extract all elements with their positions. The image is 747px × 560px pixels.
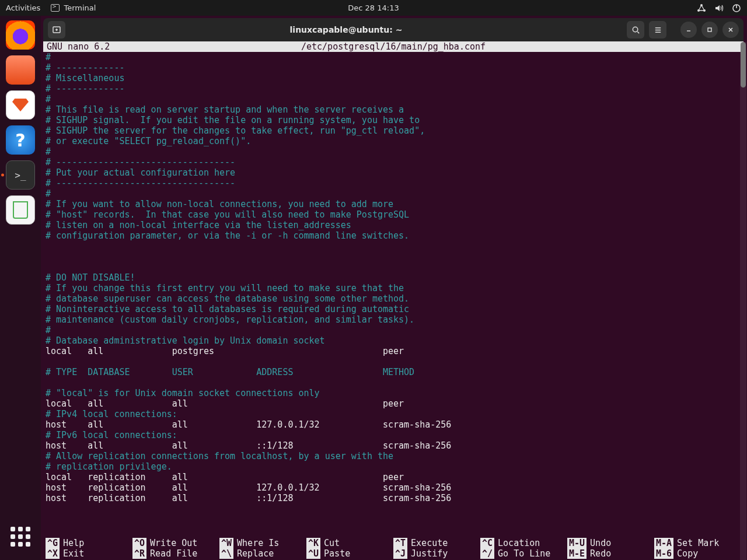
nano-line: # SIGHUP signal. If you edit the file on… bbox=[46, 115, 741, 125]
shortcut-key: ^/ bbox=[480, 548, 494, 559]
svg-rect-6 bbox=[708, 28, 711, 32]
shortcut-key: M-6 bbox=[654, 548, 673, 559]
focused-app-menu[interactable]: Terminal bbox=[51, 4, 96, 12]
new-tab-button[interactable] bbox=[48, 21, 65, 38]
nano-shortcut: ^TExecute bbox=[393, 538, 480, 548]
nano-line: # IPv6 local connections: bbox=[46, 430, 741, 440]
nano-line: # configuration parameter, or via the -i… bbox=[46, 230, 741, 241]
activities-button[interactable]: Activities bbox=[6, 4, 40, 12]
shortcut-key: ^W bbox=[219, 538, 233, 548]
nano-shortcut: M-6Copy bbox=[654, 548, 741, 559]
nano-version: GNU nano 6.2 bbox=[47, 41, 110, 52]
search-button[interactable] bbox=[627, 21, 644, 38]
nano-line: # IPv4 local connections: bbox=[46, 409, 741, 419]
nano-line bbox=[46, 241, 741, 251]
dock-help[interactable]: ? bbox=[6, 125, 35, 155]
terminal-window: linuxcapable@ubuntu: ~ GNU nano 6.2 /etc… bbox=[43, 18, 743, 560]
maximize-button[interactable] bbox=[701, 22, 718, 38]
nano-line: host all all 127.0.0.1/32 scram-sha-256 bbox=[46, 419, 741, 430]
shortcut-key: ^G bbox=[46, 538, 60, 548]
nano-line: # bbox=[46, 94, 741, 104]
nano-line: local all postgres peer bbox=[46, 346, 741, 356]
terminal-headerbar: linuxcapable@ubuntu: ~ bbox=[43, 18, 743, 41]
nano-shortcut: ^RRead File bbox=[132, 548, 219, 559]
shortcut-key: M-E bbox=[567, 548, 587, 559]
gnome-dock: ? bbox=[0, 16, 41, 560]
network-icon[interactable] bbox=[697, 4, 706, 13]
dock-terminal[interactable] bbox=[6, 160, 35, 190]
nano-filename: /etc/postgresql/16/main/pg_hba.conf bbox=[301, 41, 486, 52]
nano-shortcut: ^\Replace bbox=[219, 548, 306, 559]
window-scrollbar[interactable] bbox=[740, 42, 746, 560]
power-icon[interactable] bbox=[732, 4, 741, 13]
nano-line: host replication all 127.0.0.1/32 scram-… bbox=[46, 482, 741, 493]
nano-editor[interactable]: GNU nano 6.2 /etc/postgresql/16/main/pg_… bbox=[43, 41, 743, 560]
dock-software[interactable] bbox=[6, 90, 35, 120]
nano-line: # DO NOT DISABLE! bbox=[46, 272, 741, 283]
shortcut-label: Undo bbox=[590, 538, 611, 548]
shortcut-key: ^C bbox=[480, 538, 494, 548]
nano-line bbox=[46, 377, 741, 388]
nano-shortcut-bar: ^GHelp^OWrite Out^WWhere Is^KCut^TExecut… bbox=[43, 538, 743, 560]
shortcut-key: ^U bbox=[306, 548, 320, 559]
nano-line: # "local" is for Unix domain socket conn… bbox=[46, 388, 741, 398]
shortcut-label: Exit bbox=[63, 548, 84, 559]
shortcut-label: Justify bbox=[411, 548, 448, 559]
nano-shortcut: ^/Go To Line bbox=[480, 548, 567, 559]
nano-shortcut: M-ASet Mark bbox=[654, 538, 741, 548]
show-applications-button[interactable] bbox=[8, 524, 33, 550]
nano-line: # SIGHUP the server for the changes to t… bbox=[46, 125, 741, 136]
nano-line: # ---------------------------------- bbox=[46, 157, 741, 167]
dock-trash[interactable] bbox=[6, 195, 35, 225]
hamburger-menu-button[interactable] bbox=[649, 21, 666, 38]
nano-shortcut: ^KCut bbox=[306, 538, 393, 548]
nano-line: # replication privilege. bbox=[46, 461, 741, 472]
nano-line: local all all peer bbox=[46, 398, 741, 409]
nano-shortcut: M-ERedo bbox=[567, 548, 654, 559]
nano-line: # "host" records. In that case you will … bbox=[46, 209, 741, 220]
shortcut-label: Go To Line bbox=[498, 548, 550, 559]
shortcut-key: ^O bbox=[132, 538, 146, 548]
scrollbar-thumb[interactable] bbox=[741, 42, 746, 88]
nano-line: # Miscellaneous bbox=[46, 73, 741, 83]
shortcut-key: M-U bbox=[567, 538, 587, 548]
nano-shortcut: M-UUndo bbox=[567, 538, 654, 548]
nano-line: # This file is read on server startup an… bbox=[46, 104, 741, 115]
dock-files[interactable] bbox=[6, 55, 35, 85]
minimize-button[interactable] bbox=[680, 22, 697, 38]
volume-icon[interactable] bbox=[714, 4, 724, 13]
shortcut-key: M-A bbox=[654, 538, 673, 548]
nano-shortcut: ^UPaste bbox=[306, 548, 393, 559]
shortcut-label: Read File bbox=[150, 548, 197, 559]
nano-line: # TYPE DATABASE USER ADDRESS METHOD bbox=[46, 367, 741, 377]
nano-line: # bbox=[46, 146, 741, 157]
nano-line: local replication all peer bbox=[46, 472, 741, 482]
nano-shortcut: ^XExit bbox=[46, 548, 132, 559]
nano-line: # database superuser can access the data… bbox=[46, 293, 741, 304]
clock[interactable]: Dec 28 14:13 bbox=[348, 4, 399, 12]
shortcut-key: ^\ bbox=[219, 548, 233, 559]
nano-line: # bbox=[46, 52, 741, 62]
shortcut-label: Where Is bbox=[237, 538, 279, 548]
close-button[interactable] bbox=[722, 22, 739, 38]
shortcut-label: Set Mark bbox=[677, 538, 719, 548]
shortcut-label: Location bbox=[498, 538, 540, 548]
nano-line bbox=[46, 262, 741, 272]
nano-shortcut: ^JJustify bbox=[393, 548, 480, 559]
nano-line: # If you change this first entry you wil… bbox=[46, 283, 741, 293]
nano-shortcut: ^CLocation bbox=[480, 538, 567, 548]
window-title: linuxcapable@ubuntu: ~ bbox=[70, 25, 622, 34]
nano-line: # ------------- bbox=[46, 62, 741, 73]
nano-line: # listen on a non-local interface via th… bbox=[46, 220, 741, 230]
svg-point-5 bbox=[633, 27, 637, 32]
nano-line: # ------------- bbox=[46, 83, 741, 94]
nano-title-bar: GNU nano 6.2 /etc/postgresql/16/main/pg_… bbox=[43, 41, 743, 52]
nano-line bbox=[46, 356, 741, 367]
nano-buffer[interactable]: ## -------------# Miscellaneous# -------… bbox=[43, 52, 743, 503]
nano-line: # bbox=[46, 325, 741, 335]
nano-line: host replication all ::1/128 scram-sha-2… bbox=[46, 493, 741, 503]
shortcut-key: ^X bbox=[46, 548, 60, 559]
nano-line: # If you want to allow non-local connect… bbox=[46, 199, 741, 209]
nano-line: # Put your actual configuration here bbox=[46, 167, 741, 178]
dock-firefox[interactable] bbox=[6, 20, 35, 50]
